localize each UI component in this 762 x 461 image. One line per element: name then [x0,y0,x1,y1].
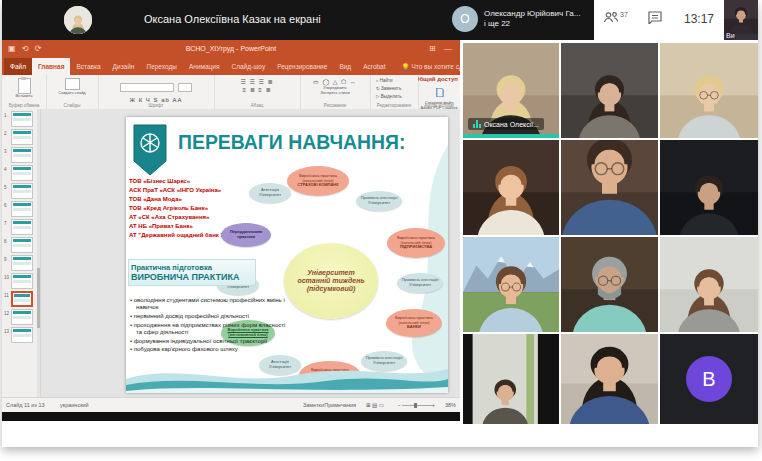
participant-tile-2[interactable] [561,43,658,138]
view-buttons[interactable]: ⊞ ▤ ▭ [366,402,384,408]
font-size-box[interactable] [178,83,192,92]
participant-tile-4[interactable] [463,140,559,235]
slide-thumbnail-12[interactable]: 12 [4,309,36,325]
ribbon-tab-дизайн[interactable]: Дизайн [107,58,141,75]
practice-bullets: • оволодіння студентами системою професі… [130,297,290,355]
slide-thumbnail-9[interactable]: 9 [4,255,36,271]
status-bar: Слайд 11 из 13 украинский Заметки Примеч… [2,397,460,412]
slide-thumbnail-image [11,309,33,325]
ribbon-tab-переходы[interactable]: Переходы [140,58,183,75]
slide-thumbnail-11[interactable]: 11 [4,291,36,307]
font-name-box[interactable] [120,83,174,92]
find-button[interactable]: ⌕ Найти [370,77,418,85]
ribbon-group-drawing: ▭ ◯ △ ⬠ ↔ Упорядочить Экспресс-стили Рис… [300,75,371,109]
participant-tile-5[interactable] [561,140,658,235]
slide-thumbnail-3[interactable]: 3 [4,147,36,163]
select-button[interactable]: ▷ Выделить [370,93,418,101]
participant-tile-6[interactable] [660,140,758,235]
slide-number: 13 [4,327,11,334]
meet-window: Оксана Олексіївна Казак на екрані О Олек… [2,0,758,447]
new-slide-label[interactable]: Создать слайд [46,91,98,96]
slide-thumbnail-8[interactable]: 8 [4,237,36,253]
ribbon-tab-вставка[interactable]: Вставка [70,58,106,75]
slide-number: 6 [4,201,11,208]
slide-thumbnail-5[interactable]: 5 [4,183,36,199]
tell-me-box[interactable]: 💡 Что вы хотите сделать? [392,58,460,75]
participant-tile-7[interactable] [463,237,559,332]
ribbon-tab-главная[interactable]: Главная [32,58,70,75]
slide-number: 11 [4,291,11,298]
slide-thumbnail-6[interactable]: 6 [4,201,36,217]
ribbon-group-paragraph: ☰ ☰ ☰ ≣ ≡ ≣ ≡ ≣ Абзац [214,75,301,109]
slide-thumbnail-13[interactable]: 13 [4,327,36,343]
zoom-slider[interactable]: −+ [398,402,436,408]
slide-number: 10 [4,273,11,280]
ribbon-tab-вид[interactable]: Вид [333,58,357,75]
slide-thumbnail-image [11,237,33,253]
slides-group-label: Слайды [46,103,98,108]
slide-thumbnail-image [11,165,33,181]
ribbon-tab-слайд-шоу[interactable]: Слайд-шоу [225,58,271,75]
align-buttons[interactable]: ≡ ≣ ≡ ≣ [214,86,300,94]
university-logo [132,123,168,177]
ribbon-group-font: Ж К Ч S ab АА Шрифт [98,75,215,109]
chat-icon [648,10,662,28]
slide-thumbnail-1[interactable]: 1 [4,111,36,127]
acrobat-icon[interactable] [418,83,460,101]
participant-tile-8[interactable] [561,237,658,332]
comments-button[interactable]: Примечания [324,402,356,408]
ribbon-group-slides: Создать слайд Слайды [46,75,99,109]
ribbon-tab-анимация[interactable]: Анимация [183,58,226,75]
ribbon: Вставить Буфер обмена Создать слайд Слай… [2,75,460,110]
self-view[interactable]: Ви [724,0,758,40]
window-controls[interactable]: ⊞ — [429,44,455,53]
slide-thumbnail-image [11,327,33,343]
participant-tile-1[interactable]: Оксана Олексії... [463,43,559,138]
ribbon-tab-рецензирование[interactable]: Рецензирование [271,58,333,75]
ribbon-tabs: ФайлГлавнаяВставкаДизайнПереходыАнимация… [2,58,460,75]
participant-tile-10[interactable] [463,334,559,424]
participant-count: 37 [620,11,628,18]
practice-bullet: • первинний досвід професійної діяльност… [130,313,290,320]
slide-thumbnail-7[interactable]: 7 [4,219,36,235]
participants-button[interactable]: 37 [603,10,627,28]
replace-button[interactable]: ↻ Заменить [370,85,418,93]
participant-tile-9[interactable] [660,237,758,332]
ribbon-tab-файл[interactable]: Файл [4,58,32,75]
slide-thumbnail-panel[interactable]: 12345678910111213 [2,109,41,398]
language-indicator[interactable]: украинский [60,402,89,408]
participant-tile-12[interactable]: B [660,334,758,424]
new-slide-icon[interactable] [65,78,80,90]
slide: ПЕРЕВАГИ НАВЧАННЯ: ТОВ «Бізнес Шаркс»АСК… [126,117,448,393]
quick-styles-button[interactable]: Экспресс-стили [300,91,370,96]
slide-thumbnail-image [11,111,33,127]
audio-indicator-icon [473,120,481,128]
participant-avatar: B [686,356,732,402]
slide-thumbnail-2[interactable]: 2 [4,129,36,145]
list-buttons[interactable]: ☰ ☰ ☰ ≣ [214,78,300,86]
slide-thumbnail-10[interactable]: 10 [4,273,36,289]
diagram-node: АтестаціяУніверситет [249,183,291,203]
powerpoint-title-bar[interactable]: ▣ ⟲ ⟳ ВСНО_ХІУгруд - PowerPoint ⊞ — [2,40,460,58]
chat-button[interactable] [648,10,662,28]
slide-number: 2 [4,129,11,136]
participant-initial-avatar: О [452,6,478,32]
slide-number: 4 [4,165,11,172]
clock: 13:17 [684,12,714,26]
acrobat-group-label: Adobe Acrobat [418,103,460,108]
share-button[interactable]: Общий доступ [418,76,458,82]
zoom-level[interactable]: 38% [445,402,456,408]
notes-button[interactable]: Заметки [303,402,324,408]
slide-thumbnail-4[interactable]: 4 [4,165,36,181]
font-group-label: Шрифт [98,103,214,108]
clipboard-group-label: Буфер обмена [2,103,46,108]
thumbnail-scrollbar[interactable] [37,109,40,398]
ribbon-tab-acrobat[interactable]: Acrobat [357,58,391,75]
participants-preview[interactable]: О Олександр Юрійович Га... і ще 22 [452,6,580,32]
speaker-name-label: Оксана Олексії... [468,118,544,130]
participants-more-count: і ще 22 [484,19,580,29]
diagram-node: Виробнича практика(загальний блок)СТРАХО… [287,166,349,196]
paste-icon[interactable] [18,78,31,94]
participant-tile-3[interactable] [660,43,758,138]
participant-tile-11[interactable] [561,334,658,424]
